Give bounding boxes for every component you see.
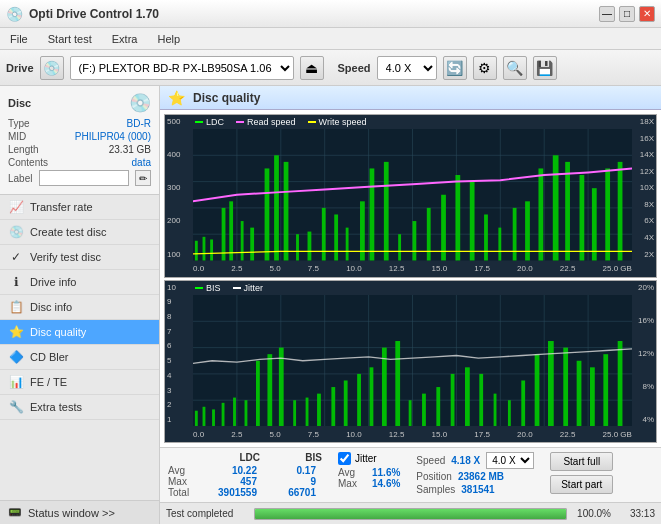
write-speed-legend-dot: [308, 121, 316, 123]
ldc-max-val: 457: [202, 476, 257, 487]
progress-label: Test completed: [166, 508, 246, 519]
svg-rect-78: [370, 367, 374, 426]
svg-rect-32: [398, 234, 401, 260]
svg-rect-40: [513, 208, 517, 261]
svg-rect-19: [241, 221, 244, 260]
speed-position-stats: Speed 4.18 X 4.0 X Position 23862 MB Sam…: [416, 452, 534, 495]
close-button[interactable]: ✕: [639, 6, 655, 22]
status-window-button[interactable]: 📟 Status window >>: [0, 501, 159, 524]
svg-rect-48: [618, 162, 623, 261]
svg-rect-63: [195, 410, 198, 426]
svg-rect-64: [203, 406, 206, 426]
refresh-button[interactable]: 🔄: [443, 56, 467, 80]
contents-key: Contents: [8, 157, 48, 168]
svg-rect-76: [344, 380, 348, 426]
start-full-button[interactable]: Start full: [550, 452, 613, 471]
jitter-avg-label: Avg: [338, 467, 368, 478]
write-speed-legend-label: Write speed: [319, 117, 367, 127]
menu-extra[interactable]: Extra: [108, 31, 142, 47]
mid-key: MID: [8, 131, 26, 142]
sidebar-item-fe-te[interactable]: 📊 FE / TE: [0, 370, 159, 395]
samples-val: 381541: [461, 484, 494, 495]
svg-rect-68: [245, 400, 248, 426]
svg-rect-71: [279, 347, 284, 426]
svg-rect-77: [357, 373, 361, 426]
speed-combo-select[interactable]: 4.0 X: [486, 452, 534, 469]
svg-rect-44: [565, 162, 570, 261]
sidebar-item-verify-test-disc[interactable]: ✓ Verify test disc: [0, 245, 159, 270]
ldc-avg-val: 10.22: [202, 465, 257, 476]
svg-rect-73: [306, 397, 309, 426]
disc-quality-label: Disc quality: [30, 326, 86, 338]
svg-rect-22: [274, 155, 279, 260]
minimize-button[interactable]: —: [599, 6, 615, 22]
sidebar-item-transfer-rate[interactable]: 📈 Transfer rate: [0, 195, 159, 220]
jitter-max-label: Max: [338, 478, 368, 489]
menu-file[interactable]: File: [6, 31, 32, 47]
svg-rect-47: [605, 168, 610, 260]
sidebar-item-extra-tests[interactable]: 🔧 Extra tests: [0, 395, 159, 420]
progress-time: 33:13: [619, 508, 655, 519]
disc-cd-icon: 💿: [129, 92, 151, 114]
label-input[interactable]: [39, 170, 129, 186]
jitter-legend: Jitter: [233, 283, 264, 293]
eject-button[interactable]: ⏏: [300, 56, 324, 80]
label-edit-button[interactable]: ✏: [135, 170, 151, 186]
drive-info-icon: ℹ: [8, 275, 24, 289]
status-section: 📟 Status window >>: [0, 500, 159, 524]
jitter-checkbox[interactable]: [338, 452, 351, 465]
menu-help[interactable]: Help: [153, 31, 184, 47]
jitter-label: Jitter: [355, 453, 377, 464]
svg-rect-67: [233, 397, 236, 426]
svg-rect-85: [465, 367, 470, 426]
speed-stat-label: Speed: [416, 455, 445, 466]
svg-rect-95: [603, 354, 608, 426]
svg-rect-21: [265, 168, 270, 260]
start-part-button[interactable]: Start part: [550, 475, 613, 494]
svg-rect-30: [370, 168, 375, 260]
drive-select[interactable]: (F:) PLEXTOR BD-R PX-LB950SA 1.06: [70, 56, 294, 80]
save-button[interactable]: 💾: [533, 56, 557, 80]
length-val: 23.31 GB: [109, 144, 151, 155]
ldc-header: LDC: [200, 452, 260, 463]
bis-legend-dot: [195, 287, 203, 289]
upper-y-axis-left: 500 400 300 200 100: [165, 115, 193, 261]
avg-row: Avg 10.22 0.17: [168, 465, 322, 476]
contents-val: data: [132, 157, 151, 168]
position-val: 23862 MB: [458, 471, 504, 482]
total-label: Total: [168, 487, 198, 498]
titlebar: 💿 Opti Drive Control 1.70 — □ ✕: [0, 0, 661, 28]
disc-info-icon: 📋: [8, 300, 24, 314]
svg-rect-45: [580, 175, 585, 260]
position-label: Position: [416, 471, 452, 482]
verify-test-disc-icon: ✓: [8, 250, 24, 264]
drive-label: Drive: [6, 62, 34, 74]
sidebar-item-cd-bler[interactable]: 🔷 CD Bler: [0, 345, 159, 370]
lower-x-axis: 0.0 2.5 5.0 7.5 10.0 12.5 15.0 17.5 20.0…: [193, 426, 632, 442]
app-icon: 💿: [6, 6, 23, 22]
type-val: BD-R: [127, 118, 151, 129]
sidebar-item-disc-quality[interactable]: ⭐ Disc quality: [0, 320, 159, 345]
maximize-button[interactable]: □: [619, 6, 635, 22]
settings-button[interactable]: ⚙: [473, 56, 497, 80]
drive-icon-btn[interactable]: 💿: [40, 56, 64, 80]
max-label: Max: [168, 476, 198, 487]
sidebar-item-drive-info[interactable]: ℹ Drive info: [0, 270, 159, 295]
charts-area: LDC Read speed Write speed 500 400 30: [160, 110, 661, 447]
lower-chart-legend: BIS Jitter: [195, 283, 263, 293]
speed-select[interactable]: 4.0 X: [377, 56, 437, 80]
svg-rect-88: [508, 400, 511, 426]
progress-area: Test completed 100.0% 33:13: [160, 502, 661, 524]
menu-start-test[interactable]: Start test: [44, 31, 96, 47]
extra-tests-icon: 🔧: [8, 400, 24, 414]
sidebar-item-create-test-disc[interactable]: 💿 Create test disc: [0, 220, 159, 245]
lower-chart: BIS Jitter 10 9 8 7 6 5 4 3: [164, 280, 657, 444]
read-speed-legend-label: Read speed: [247, 117, 296, 127]
titlebar-left: 💿 Opti Drive Control 1.70: [6, 6, 159, 22]
disc-quality-header: ⭐ Disc quality: [160, 86, 661, 110]
svg-rect-15: [203, 237, 206, 261]
create-test-disc-icon: 💿: [8, 225, 24, 239]
sidebar: Disc 💿 Type BD-R MID PHILIPR04 (000) Len…: [0, 86, 160, 524]
scan-button[interactable]: 🔍: [503, 56, 527, 80]
sidebar-item-disc-info[interactable]: 📋 Disc info: [0, 295, 159, 320]
